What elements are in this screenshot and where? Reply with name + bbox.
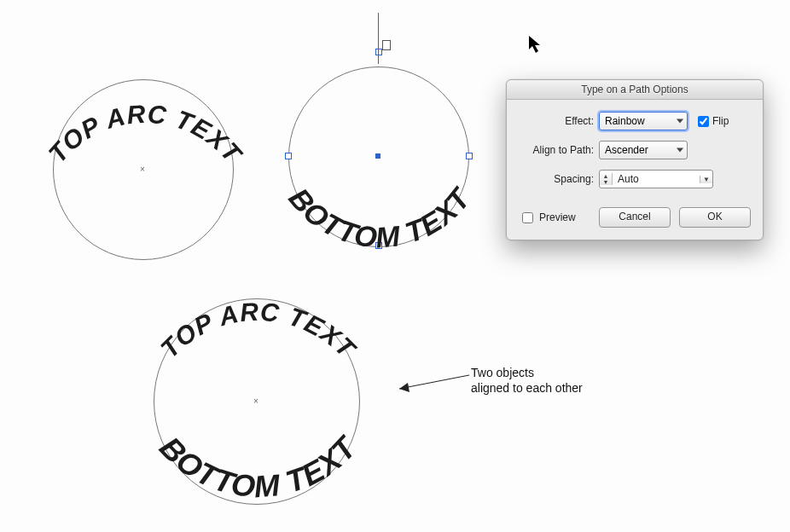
ok-button[interactable]: OK: [679, 207, 751, 228]
flip-label: Flip: [712, 115, 729, 127]
arc-text-bottom-3-text: BOTTOM TEXT: [153, 429, 364, 505]
align-to-path-label: Align to Path:: [519, 144, 594, 156]
spacing-dropdown-toggle[interactable]: ▼: [700, 176, 712, 183]
annotation-line-1: Two objects: [471, 366, 534, 379]
effect-dropdown[interactable]: Rainbow: [599, 112, 688, 130]
type-on-path-options-dialog: Type on a Path Options Effect: Rainbow F…: [506, 79, 764, 240]
flip-checkbox[interactable]: [698, 116, 709, 127]
spacing-value: Auto: [613, 173, 700, 185]
spacing-label: Spacing:: [519, 173, 594, 185]
preview-label: Preview: [539, 211, 576, 223]
mouse-cursor-icon: [527, 34, 544, 55]
cancel-button[interactable]: Cancel: [599, 207, 671, 228]
effect-value: Rainbow: [605, 115, 645, 127]
svg-marker-5: [399, 383, 410, 392]
annotation-line-2: aligned to each other: [471, 381, 583, 395]
annotation-caption: Two objects aligned to each other: [471, 365, 583, 396]
svg-text:BOTTOM TEXT: BOTTOM TEXT: [153, 429, 364, 505]
preview-checkbox[interactable]: [522, 212, 533, 223]
svg-marker-6: [529, 36, 540, 53]
spacing-field[interactable]: ▲▼ Auto ▼: [599, 170, 713, 188]
svg-line-4: [399, 375, 469, 389]
align-to-path-value: Ascender: [605, 144, 648, 156]
effect-label: Effect:: [519, 115, 594, 127]
align-to-path-dropdown[interactable]: Ascender: [599, 141, 688, 159]
dialog-title: Type on a Path Options: [507, 80, 763, 100]
flip-checkbox-wrap[interactable]: Flip: [698, 115, 729, 127]
spacing-steppers[interactable]: ▲▼: [600, 173, 613, 185]
